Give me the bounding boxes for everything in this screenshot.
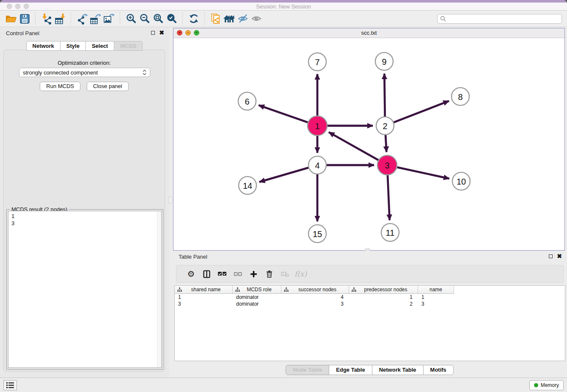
tab-edge-table[interactable]: Edge Table <box>329 365 372 375</box>
column-settings-button[interactable]: ⚙ <box>183 267 199 281</box>
node-3[interactable]: 3 <box>377 155 397 175</box>
node-8[interactable]: 8 <box>451 88 469 105</box>
tab-motifs[interactable]: Motifs <box>423 365 454 375</box>
node-2[interactable]: 2 <box>376 117 394 135</box>
cell-predecessor-nodes[interactable]: 1 <box>349 294 418 300</box>
cell-shared-name[interactable]: 1 <box>175 294 233 300</box>
edge-2-3[interactable] <box>385 135 386 152</box>
search-input[interactable] <box>448 15 559 22</box>
delete-row-button[interactable] <box>261 267 277 281</box>
zoom-in-icon <box>126 13 137 24</box>
column-header-name[interactable]: name <box>418 286 454 294</box>
close-table-panel-icon[interactable]: ✖ <box>557 254 562 259</box>
task-history-button[interactable] <box>3 380 17 390</box>
clone-network-button[interactable] <box>209 12 223 25</box>
zoom-out-icon <box>139 13 150 24</box>
node-11[interactable]: 11 <box>381 224 399 241</box>
edge-3-11[interactable] <box>388 175 390 220</box>
cell-name[interactable]: 3 <box>418 301 454 307</box>
node-1[interactable]: 1 <box>308 116 327 135</box>
frame-close-button[interactable]: × <box>177 30 182 36</box>
edge-1-6[interactable] <box>259 105 308 123</box>
apply-layout-button[interactable] <box>187 12 201 25</box>
float-table-panel-icon[interactable] <box>549 254 553 258</box>
select-all-button[interactable] <box>215 267 230 281</box>
node-7[interactable]: 7 <box>308 53 326 71</box>
criterion-value: strongly connected component <box>23 69 143 76</box>
cell-shared-name[interactable]: 3 <box>175 301 233 307</box>
column-header-predecessor-nodes[interactable]: predecessor nodes <box>349 286 418 294</box>
node-4[interactable]: 4 <box>308 156 326 174</box>
column-header-mcds-role[interactable]: MCDS role <box>233 286 281 294</box>
column-browser-button[interactable] <box>199 267 215 281</box>
delete-table-button[interactable] <box>277 267 293 281</box>
edge-3-10[interactable] <box>397 167 449 179</box>
tab-style[interactable]: Style <box>60 41 86 51</box>
cell-successor-nodes[interactable]: 4 <box>281 294 349 300</box>
export-network-button[interactable] <box>75 12 89 25</box>
close-panel-button[interactable]: Close panel <box>87 82 129 91</box>
fx-icon: f(x) <box>295 270 307 278</box>
table-row[interactable]: 3dominator323 <box>175 301 565 307</box>
tab-node-table[interactable]: Node Table <box>286 365 329 375</box>
float-panel-icon[interactable] <box>151 31 155 35</box>
criterion-select[interactable]: strongly connected component <box>19 68 150 77</box>
tab-select[interactable]: Select <box>85 41 114 51</box>
column-browser-icon <box>203 270 210 278</box>
close-panel-icon[interactable]: ✖ <box>159 30 164 35</box>
import-network-button[interactable] <box>40 12 53 25</box>
svg-text:14: 14 <box>243 181 252 190</box>
add-row-button[interactable] <box>246 267 261 281</box>
cell-predecessor-nodes[interactable]: 2 <box>349 301 418 307</box>
main-toolbar <box>0 11 567 27</box>
node-6[interactable]: 6 <box>238 92 256 110</box>
result-line: 3 <box>11 220 14 227</box>
search-box <box>437 14 562 24</box>
node-14[interactable]: 14 <box>239 177 256 194</box>
save-session-button[interactable] <box>18 12 31 25</box>
function-builder-button[interactable]: f(x) <box>293 267 308 281</box>
home-view-button[interactable] <box>223 12 236 25</box>
tab-network-table[interactable]: Network Table <box>372 365 424 375</box>
zoom-fit-button[interactable] <box>151 12 165 25</box>
edge-2-8[interactable] <box>394 101 449 122</box>
cell-name[interactable]: 1 <box>418 294 454 300</box>
mcds-result-area: 13 <box>8 211 162 368</box>
open-session-button[interactable] <box>4 12 18 25</box>
zoom-in-button[interactable] <box>124 12 138 25</box>
frame-minimize-button[interactable]: − <box>185 30 191 36</box>
tab-network[interactable]: Network <box>26 41 61 51</box>
export-image-button[interactable] <box>102 12 116 25</box>
cell-successor-nodes[interactable]: 3 <box>281 301 349 307</box>
hide-selected-button[interactable] <box>236 12 250 25</box>
result-scrollbar[interactable] <box>157 211 161 367</box>
zoom-out-button[interactable] <box>138 12 151 25</box>
column-header-successor-nodes[interactable]: successor nodes <box>281 286 349 294</box>
table-panel: Table Panel ✖ ⚙ <box>173 251 567 378</box>
toolbar-separator <box>204 12 205 25</box>
select-chevrons-icon <box>143 69 146 75</box>
memory-button[interactable]: Memory <box>529 380 564 390</box>
deselect-all-button[interactable] <box>230 267 246 281</box>
edge-3-1[interactable] <box>329 132 378 160</box>
export-table-button[interactable] <box>89 12 102 25</box>
network-frame-titlebar[interactable]: × − + scc.txt <box>173 28 564 38</box>
cell-mcds-role[interactable]: dominator <box>233 294 281 300</box>
edge-4-14[interactable] <box>259 168 308 182</box>
zoom-selected-button[interactable] <box>165 12 179 25</box>
panel-split-grip[interactable] <box>169 196 172 203</box>
frame-maximize-button[interactable]: + <box>194 30 199 36</box>
cell-mcds-role[interactable]: dominator <box>233 301 281 307</box>
deselect-all-icon <box>234 272 242 276</box>
column-header-shared-name[interactable]: shared name <box>175 286 233 294</box>
node-10[interactable]: 10 <box>452 172 470 190</box>
node-15[interactable]: 15 <box>308 225 326 243</box>
table-row[interactable]: 1dominator411 <box>175 294 565 301</box>
edge-2-9[interactable] <box>384 74 385 116</box>
show-all-button[interactable] <box>250 12 263 25</box>
run-mcds-button[interactable]: Run MCDS <box>40 82 80 91</box>
svg-text:11: 11 <box>386 228 395 237</box>
tab-mcds[interactable]: MCDS <box>114 41 143 51</box>
node-9[interactable]: 9 <box>375 52 393 70</box>
import-table-button[interactable] <box>53 12 67 25</box>
